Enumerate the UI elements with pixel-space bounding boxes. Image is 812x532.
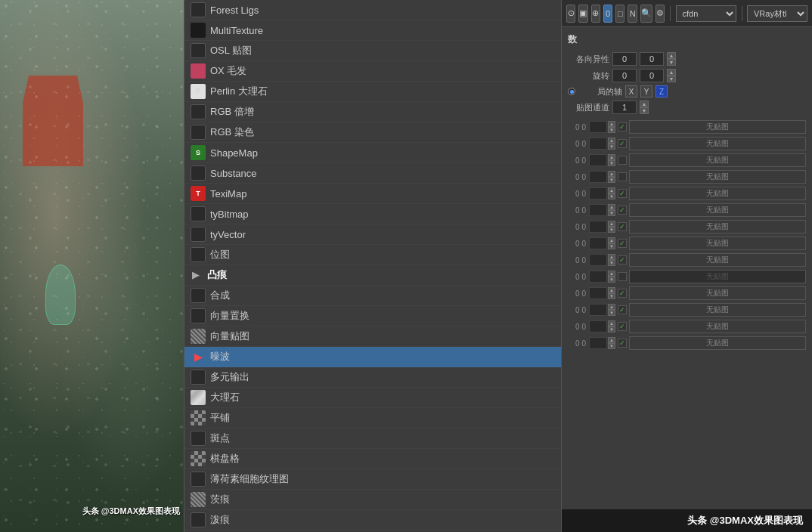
mat-item-tyvector[interactable]: tyVector [184, 224, 561, 245]
map-arrow-down-0[interactable]: ▼ [608, 127, 615, 133]
map-check-2[interactable] [618, 156, 627, 165]
map-arrow-up-8[interactable]: ▲ [608, 254, 615, 260]
map-arrow-down-10[interactable]: ▼ [608, 293, 615, 299]
mat-item-spot[interactable]: 斑点 [184, 428, 561, 449]
map-arrow-up-11[interactable]: ▲ [608, 304, 615, 310]
map-spinner-8[interactable]: ▲▼ [589, 254, 615, 266]
map-arrow-up-6[interactable]: ▲ [608, 221, 615, 227]
map-arrow-up-12[interactable]: ▲ [608, 320, 615, 326]
map-channel-val[interactable]: 1 [612, 101, 637, 114]
map-check-7[interactable]: ✓ [618, 239, 627, 248]
map-arrow-down-8[interactable]: ▼ [608, 260, 615, 266]
map-arrow-up-7[interactable]: ▲ [608, 237, 615, 243]
mat-item-vector-disp[interactable]: 向量置换 [184, 306, 561, 326]
map-spinner-3[interactable]: ▲▼ [589, 171, 615, 183]
y-axis-btn[interactable]: Y [640, 85, 652, 97]
toolbar-icon-square[interactable]: □ [615, 5, 624, 23]
mat-item-rgb-tint[interactable]: RGB 染色 [184, 122, 561, 143]
map-spinner-11[interactable]: ▲▼ [589, 304, 615, 316]
mat-item-marble[interactable]: 大理石 [184, 388, 561, 408]
map-check-0[interactable]: ✓ [618, 122, 627, 131]
map-channel-up[interactable]: ▲ [640, 101, 649, 107]
map-spinner-9[interactable]: ▲▼ [589, 271, 615, 283]
map-check-4[interactable]: ✓ [618, 189, 627, 198]
map-spinner-7[interactable]: ▲▼ [589, 237, 615, 249]
anisotropy-val1[interactable]: 0 [612, 52, 637, 66]
rotation-val1[interactable]: 0 [612, 69, 637, 82]
mat-item-substance-tex[interactable]: 薄荷素细胞纹理图 [184, 469, 561, 490]
map-arrow-up-2[interactable]: ▲ [608, 154, 615, 160]
mat-item-tybitmap[interactable]: tyBitmap [184, 204, 561, 224]
map-val-4[interactable] [589, 187, 607, 200]
map-arrow-up-9[interactable]: ▲ [608, 271, 615, 277]
map-val-6[interactable] [589, 221, 607, 233]
toolbar-icon-gear[interactable]: ⚙ [655, 5, 665, 23]
map-spinner-13[interactable]: ▲▼ [589, 337, 615, 349]
mat-item-grunge[interactable]: 茨痕 [184, 490, 561, 510]
anisotropy-spinner[interactable]: ▲ ▼ [667, 52, 676, 66]
map-none-btn-7[interactable]: 无贴图 [629, 237, 806, 250]
map-none-btn-6[interactable]: 无贴图 [629, 220, 806, 234]
map-val-8[interactable] [589, 254, 607, 266]
map-val-5[interactable] [589, 204, 607, 216]
mat-item-textimap[interactable]: TTexiMap [184, 184, 561, 204]
map-spinner-4[interactable]: ▲▼ [589, 187, 615, 200]
map-channel-down[interactable]: ▼ [640, 107, 649, 114]
anisotropy-down[interactable]: ▼ [667, 59, 676, 66]
map-check-1[interactable]: ✓ [618, 139, 627, 148]
map-arrow-up-1[interactable]: ▲ [608, 138, 615, 144]
map-check-12[interactable]: ✓ [618, 322, 627, 331]
map-val-2[interactable] [589, 154, 607, 166]
toolbar-icon-sphere[interactable]: ⊙ [566, 5, 575, 23]
map-arrow-down-5[interactable]: ▼ [608, 210, 615, 216]
anisotropy-up[interactable]: ▲ [667, 52, 676, 59]
map-none-btn-5[interactable]: 无贴图 [629, 203, 806, 217]
map-none-btn-12[interactable]: 无贴图 [629, 320, 806, 333]
map-arrow-down-13[interactable]: ▼ [608, 343, 615, 349]
mat-item-vector-map[interactable]: 向量贴图 [184, 326, 561, 347]
mat-item-shapemap[interactable]: SShapeMap [184, 143, 561, 163]
mat-item-flat[interactable]: 平铺 [184, 408, 561, 428]
mat-item-rgb-multiply[interactable]: RGB 倍增 [184, 102, 561, 122]
mat-item-ox-fur[interactable]: OX 毛发 [184, 61, 561, 82]
mat-item-perlin-marble[interactable]: PPerlin 大理石 [184, 82, 561, 102]
mat-item-substance[interactable]: Substance [184, 163, 561, 184]
toolbar-select-cfdn[interactable]: cfdn [676, 5, 736, 22]
map-check-10[interactable]: ✓ [618, 289, 627, 298]
map-channel-spinner[interactable]: ▲ ▼ [640, 101, 649, 114]
toolbar-icon-cross[interactable]: ⊕ [591, 5, 600, 23]
map-arrow-up-4[interactable]: ▲ [608, 187, 615, 193]
map-check-13[interactable]: ✓ [618, 339, 627, 348]
map-val-13[interactable] [589, 337, 607, 349]
map-val-1[interactable] [589, 138, 607, 150]
map-arrow-down-1[interactable]: ▼ [608, 144, 615, 150]
map-spinner-5[interactable]: ▲▼ [589, 204, 615, 216]
map-val-12[interactable] [589, 320, 607, 332]
local-axis-radio[interactable] [568, 88, 575, 95]
map-spinner-0[interactable]: ▲▼ [589, 121, 615, 133]
rotation-down[interactable]: ▼ [667, 76, 676, 82]
material-list-panel[interactable]: Forest LigsMultiTextureOSL 贴图OX 毛发PPerli… [184, 0, 562, 532]
mat-item-osl-graph[interactable]: OSL 贴图 [184, 41, 561, 61]
mat-item-chess[interactable]: 棋盘格 [184, 449, 561, 469]
rotation-spinner[interactable]: ▲ ▼ [667, 69, 676, 82]
map-val-10[interactable] [589, 287, 607, 299]
map-check-3[interactable] [618, 172, 627, 181]
toolbar-icon-box[interactable]: ▣ [578, 5, 587, 23]
map-arrow-down-7[interactable]: ▼ [608, 243, 615, 249]
map-spinner-12[interactable]: ▲▼ [589, 320, 615, 332]
map-check-11[interactable]: ✓ [618, 305, 627, 314]
map-arrow-up-13[interactable]: ▲ [608, 337, 615, 343]
rotation-up[interactable]: ▲ [667, 69, 676, 76]
mat-item-forest-ligs[interactable]: Forest Ligs [184, 0, 561, 20]
map-val-3[interactable] [589, 171, 607, 183]
map-val-7[interactable] [589, 237, 607, 249]
rotation-val2[interactable]: 0 [640, 69, 664, 82]
map-arrow-down-2[interactable]: ▼ [608, 160, 615, 166]
map-arrow-up-3[interactable]: ▲ [608, 171, 615, 177]
mat-item-noise[interactable]: 噪波 [184, 347, 561, 367]
mat-item-multitexture[interactable]: MultiTexture [184, 20, 561, 41]
map-none-btn-11[interactable]: 无贴图 [629, 303, 806, 317]
toolbar-select-vray[interactable]: VRay材tl [747, 5, 807, 22]
map-none-btn-4[interactable]: 无贴图 [629, 187, 806, 200]
